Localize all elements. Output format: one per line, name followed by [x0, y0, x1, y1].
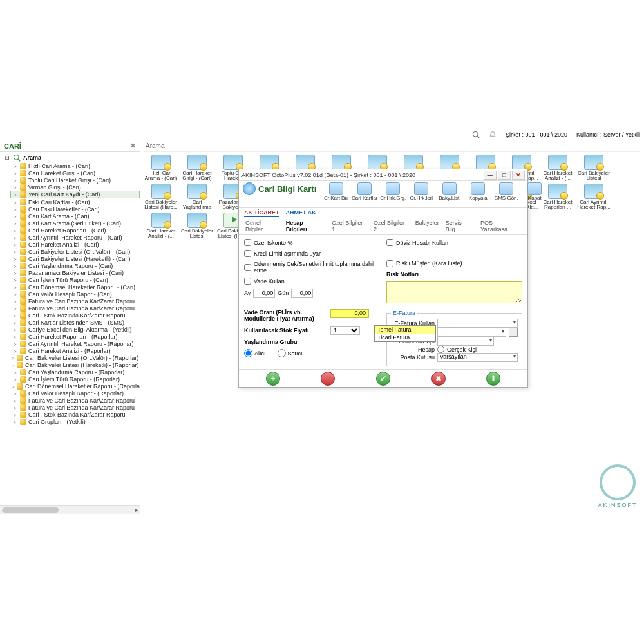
btn-exit[interactable]: ⬆ [486, 372, 500, 386]
tree-item[interactable]: ▹Cari Kart Arama (Seri Etiket) - (Cari) [10, 220, 140, 227]
tree-item[interactable]: ▹Fatura ve Cari Bazında Kar/Zarar Raporu [10, 298, 140, 305]
btn-cancel[interactable]: ✖ [431, 372, 446, 386]
input-ay[interactable] [253, 289, 275, 298]
dlg-toolbar-btn[interactable]: Kopyala [464, 182, 491, 201]
minimize-button[interactable]: — [484, 171, 497, 180]
input-vade-orani[interactable]: 0,00 [330, 309, 369, 318]
tree-hscrollbar[interactable]: ◂▸ [0, 505, 140, 514]
tree-item[interactable]: ▹Cari Bakiyeler Listesi (Ort.Valör) - (R… [10, 354, 140, 361]
dlg-tab[interactable]: POS-Yazarkasa [479, 219, 522, 233]
dlg-tab[interactable]: Özel Bilgiler 1 [330, 219, 368, 233]
tree-item[interactable]: ▹Cari Bakiyeler Listesi (Hareketli) - (R… [10, 361, 140, 368]
grid-item[interactable]: Cari Bakiyeler Listesi (Ort.V... [577, 155, 611, 182]
tree-item[interactable]: ▹Cari Yaşlandırma Raporu - (Cari) [10, 262, 140, 269]
select-posta-kutusu[interactable]: Varsayılan [437, 353, 518, 362]
chk-odenmemis[interactable]: Ödenmemiş Çek/Senetleri limit toplamına … [244, 261, 380, 274]
tree-item[interactable]: ▹Cari Dönemsel Hareketler Raporu - (Rapo… [10, 383, 140, 390]
textarea-risk-notlari[interactable] [386, 281, 522, 303]
tree-item[interactable]: ▹Toplu Cari Hareket Girişi - (Cari) [10, 176, 140, 184]
dlg-tab[interactable]: Bakiyeler [414, 219, 440, 233]
select-efatura-kullan[interactable] [437, 319, 518, 328]
tree-item[interactable]: ▹Virman Girişi - (Cari) [10, 184, 140, 191]
chk-riskli[interactable]: Riskli Müşteri (Kara Liste) [386, 260, 522, 267]
chk-doviz[interactable]: Döviz Hesabı Kullan [386, 239, 522, 246]
tree-item[interactable]: ▹Cari Yaşlandırma Raporu - (Raporlar) [10, 368, 140, 375]
dlg-toolbar-btn[interactable]: SMS Gön. [493, 182, 520, 201]
tree-item[interactable]: ▹Cari - Stok Bazında Kar/Zarar Raporu [10, 411, 140, 418]
tree-item[interactable]: ▹Hızlı Cari Arama - (Cari) [10, 162, 140, 169]
tree-item[interactable]: ▹Cari Grupları - (Yetkili) [10, 418, 140, 425]
tree-item[interactable]: ▹Cari Hareket Girişi - (Cari) [10, 169, 140, 176]
tree-item[interactable]: ▹Cariye Excel den Bilgi Aktarma - (Yetki… [10, 326, 140, 333]
grid-item[interactable]: Cari Hareket Analizi - (... [144, 213, 178, 240]
collapse-icon[interactable]: ⊟ [4, 155, 10, 161]
chk-vade-kullan[interactable]: Vade Kullan [244, 278, 380, 285]
dlg-toolbar-btn[interactable]: Baky.List. [436, 182, 463, 201]
dlg-tab[interactable]: Özel Bilgiler 2 [372, 219, 410, 233]
search-icon[interactable] [472, 131, 480, 138]
dropdown-senaryo-popup[interactable]: Temel Fatura Ticari Fatura [374, 325, 436, 342]
dlg-toolbar-btn[interactable]: Cr.Kart Bul [323, 182, 350, 201]
radio-satici[interactable]: Satıcı [278, 349, 303, 357]
dlg-tab[interactable]: Hesap Bilgileri [285, 219, 327, 233]
tree-item[interactable]: ▹Cari Kartlar Listesinden SMS - (SMS) [10, 319, 140, 326]
select-stok-fiyati[interactable]: 1 [330, 326, 360, 335]
chk-ozel-iskonto[interactable]: Özel İskonto % [244, 239, 380, 246]
tree-item[interactable]: ▹Cari Bakiyeler Listesi (Hareketli) - (C… [10, 255, 140, 262]
close-button[interactable]: ✕ [512, 171, 525, 180]
btn-senaryo-lookup[interactable]: ... [509, 328, 518, 337]
radio-alici[interactable]: Alıcı [244, 349, 266, 357]
tree-item[interactable]: ▹Cari Hareket Analizi - (Raporlar) [10, 347, 140, 354]
tree-item[interactable]: ▹Cari Valör Hesaplı Rapor - (Raporlar) [10, 390, 140, 397]
tree-item[interactable]: ▹Cari Bakiyeler Listesi (Ort.Valör) - (C… [10, 248, 140, 255]
tree-item[interactable]: ▹Cari Hareket Analizi - (Cari) [10, 241, 140, 248]
tree-item[interactable]: ▹Fatura ve Cari Bazında Kar/Zarar Raporu [10, 305, 140, 312]
btn-ok[interactable]: ✔ [376, 372, 390, 386]
tree-item[interactable]: ▹Cari İşlem Türü Raporu - (Raporlar) [10, 375, 140, 383]
subtab-ahmet-ak[interactable]: AHMET AK [286, 209, 316, 217]
bell-icon[interactable] [489, 131, 497, 138]
close-icon[interactable]: ✕ [130, 142, 136, 150]
btn-add[interactable]: ＋ [266, 372, 280, 386]
dlg-toolbar-btn[interactable]: Cr.Hrk.leri [408, 182, 435, 201]
tree-item[interactable]: ▹Fatura ve Cari Bazında Kar/Zarar Raporu [10, 404, 140, 411]
btn-remove[interactable]: — [321, 372, 335, 386]
tree-item[interactable]: ▹Cari Hareket Raporları - (Cari) [10, 227, 140, 234]
dlg-tab[interactable]: Genel Bilgiler [244, 219, 281, 233]
tree-item[interactable]: ▹Cari Ayrıntılı Hareket Raporu - (Cari) [10, 234, 140, 241]
subtab-ak-ticaret[interactable]: AK TİCARET [244, 209, 279, 217]
select-senaryo[interactable] [437, 328, 506, 337]
tree-item[interactable]: ▹Cari Ayrıntılı Hareket Raporu - (Raporl… [10, 340, 140, 347]
grid-item[interactable]: Hızlı Cari Arama - (Cari) [144, 155, 178, 182]
chk-kredi-limiti[interactable]: Kredi Limiti aşımında uyar [244, 250, 380, 257]
grid-item[interactable]: Cari Yaşlandırma ... [180, 184, 214, 211]
tree-item[interactable]: ▹Pazarlamacı Bakiyeler Listesi - (Cari) [10, 269, 140, 276]
tree-item[interactable]: ▹Fatura ve Cari Bazında Kar/Zarar Raporu [10, 397, 140, 404]
maximize-button[interactable]: □ [498, 171, 511, 180]
dropdown-option[interactable]: Ticari Fatura [375, 334, 435, 341]
tree-item[interactable]: ▹Yeni Cari Kart Kaydı - (Cari) [10, 191, 140, 198]
dlg-toolbar-btn[interactable]: Cari Kartlar [351, 182, 378, 201]
dlg-toolbar-btn[interactable]: Cr.Hrk.Grş. [379, 182, 406, 201]
tree-item[interactable]: ▹Cari İşlem Türü Raporu - (Cari) [10, 276, 140, 283]
tree-item[interactable]: ▹Cari - Stok Bazında Kar/Zarar Raporu [10, 312, 140, 319]
tree-root-arama[interactable]: ⊟ Arama [3, 153, 140, 162]
dlg-tab[interactable]: Servis Bilg. [444, 219, 475, 233]
tree-item[interactable]: ▹Cari Eski Hareketler - (Cari) [10, 205, 140, 213]
input-gun[interactable] [291, 289, 313, 298]
tree-item[interactable]: ▹Eski Cari Kartlar - (Cari) [10, 198, 140, 205]
grid-item[interactable]: Cari Hareket Girişi - (Cari) [180, 155, 214, 182]
tree-item[interactable]: ▹Cari Dönemsel Hareketler Raporu - (Cari… [10, 283, 140, 290]
dlg-toolbar-btn[interactable]: Kapat [521, 182, 548, 201]
tree-item[interactable]: ▹Cari Kart Arama - (Cari) [10, 213, 140, 220]
grid-item[interactable]: Cari Bakiyeler Listesi (Ort.V... [180, 213, 214, 240]
radio-gercek-kisi[interactable]: Gerçek Kişi [437, 346, 477, 353]
tree-item[interactable]: ▹Cari Valör Hesaplı Rapor - (Cari) [10, 290, 140, 298]
dropdown-option[interactable]: Temel Fatura [375, 326, 435, 334]
tree-item[interactable]: ▹Cari Hareket Raporları - (Raporlar) [10, 333, 140, 340]
grid-item[interactable]: Cari Bakiyeler Listesi (Hare... [144, 184, 178, 211]
select-gonderim[interactable] [437, 337, 494, 346]
content-search-label[interactable]: Arama [144, 140, 640, 152]
grid-item[interactable]: Cari Ayrıntılı Hareket Rap... [577, 184, 611, 211]
grid-item[interactable]: Cari Hareket Analizi - (... [541, 155, 574, 182]
